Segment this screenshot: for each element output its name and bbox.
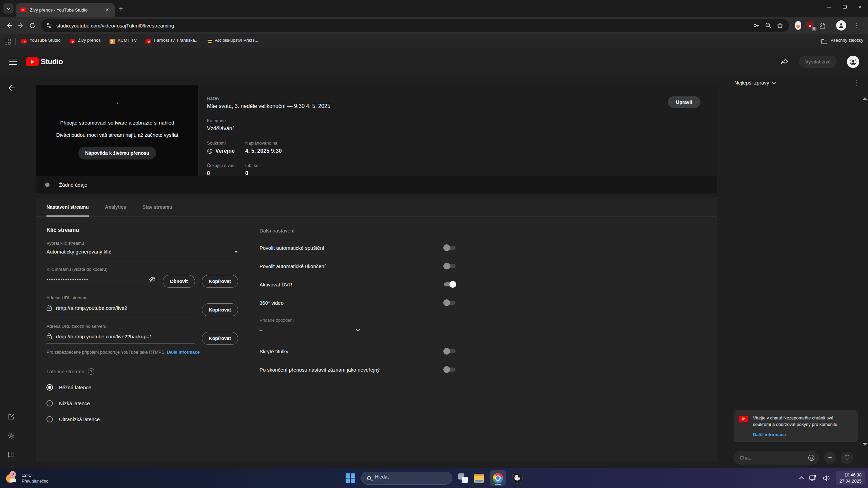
file-explorer-icon[interactable] xyxy=(474,474,484,483)
copy-key-button[interactable]: Kopírovat xyxy=(202,275,238,288)
settings-gear-icon[interactable] xyxy=(7,431,16,440)
bookmark-kcmt-tv[interactable]: X KCMT TV xyxy=(110,38,137,45)
task-view-icon[interactable] xyxy=(458,473,468,483)
browser-menu-kebab-icon[interactable]: ⋮ xyxy=(851,22,863,29)
mini-sidebar xyxy=(0,75,22,468)
stream-key-select[interactable]: Automaticky generovaný klíč xyxy=(46,249,238,259)
stream-url-field[interactable]: rtmp://a.rtmp.youtube.com/live2 xyxy=(46,304,195,315)
browser-tab-active[interactable]: Živý přenos - YouTube Studio ✕ xyxy=(16,3,115,17)
forward-button[interactable] xyxy=(15,20,26,31)
tab-close-icon[interactable]: ✕ xyxy=(103,6,111,13)
bookmark-farnost[interactable]: Farnost sv. Františka... xyxy=(146,38,198,45)
youtube-studio-logo[interactable]: Studio xyxy=(26,57,63,66)
latency-option-ultralow[interactable]: Ultranízká latence xyxy=(46,416,238,423)
menu-hamburger-icon[interactable] xyxy=(9,59,17,65)
all-bookmarks-button[interactable]: Všechny záložky xyxy=(821,38,863,45)
extensions-area: u 5 ⋮ xyxy=(795,20,863,31)
captions-toggle[interactable] xyxy=(443,348,456,355)
livestream-help-button[interactable]: Nápověda k živému přenosu xyxy=(78,147,156,159)
reset-key-button[interactable]: Obnovit xyxy=(163,275,195,288)
ublock-extension-icon[interactable]: u 5 xyxy=(806,21,814,30)
password-key-icon[interactable] xyxy=(753,22,760,29)
chevron-down-icon[interactable] xyxy=(772,80,776,84)
site-info-icon[interactable] xyxy=(46,22,52,29)
latency-option-normal[interactable]: Běžná latence xyxy=(46,384,238,391)
stream-key-masked: •••••••••••••••••• xyxy=(46,277,149,282)
tab-analytics[interactable]: Analytics xyxy=(105,198,126,217)
rtmps-more-info-link[interactable]: Další informace xyxy=(167,350,200,355)
tab-stream-health[interactable]: Stav streamu xyxy=(142,198,172,217)
url-text[interactable]: studio.youtube.com/video/fosajTukml0/liv… xyxy=(56,23,749,29)
copy-backup-button[interactable]: Kopírovat xyxy=(202,332,238,345)
feedback-icon[interactable] xyxy=(7,450,16,459)
extensions-puzzle-icon[interactable] xyxy=(819,22,826,29)
go-live-button[interactable]: Vysílat živě xyxy=(799,56,837,68)
taskbar-clock[interactable]: 10:46:38 27.04.2025 xyxy=(836,471,865,485)
copy-url-button[interactable]: Kopírovat xyxy=(202,303,238,316)
toggle-label: Po skončení přenosu nastavit záznam jako… xyxy=(259,367,386,373)
eye-off-icon[interactable] xyxy=(149,276,156,283)
added-delay-select[interactable]: – xyxy=(259,327,360,337)
dvr-toggle[interactable] xyxy=(443,281,456,288)
autostart-toggle[interactable] xyxy=(443,244,456,251)
chat-filter-label[interactable]: Nejlepší zprávy xyxy=(734,80,769,86)
lock-icon xyxy=(46,333,52,340)
bookmark-youtube-studio[interactable]: YouTube Studio xyxy=(21,38,61,45)
chat-input-pill[interactable] xyxy=(734,451,819,465)
chat-more-info-link[interactable]: Další informace xyxy=(753,432,852,437)
bookmark-label: YouTube Studio xyxy=(30,38,61,43)
video-360-toggle[interactable] xyxy=(443,299,456,306)
scroll-up-arrow[interactable] xyxy=(863,97,867,100)
tray-chevron-up-icon[interactable] xyxy=(799,476,804,481)
taskbar-search[interactable]: Hledat xyxy=(361,472,452,485)
volume-icon[interactable] xyxy=(822,474,830,482)
weather-widget[interactable]: 3 12°C Přev. slunečno xyxy=(3,468,51,488)
toggle-label: Skryté titulky xyxy=(259,349,295,354)
zoom-out-icon[interactable] xyxy=(765,22,772,29)
bookmark-zivy-prenos[interactable]: Živý přenos xyxy=(70,38,101,45)
added-delay-value: – xyxy=(259,327,356,333)
reload-button[interactable] xyxy=(26,20,38,31)
scroll-down-arrow[interactable] xyxy=(863,443,867,446)
backup-url-field[interactable]: rtmp://b.rtmp.youtube.com/live2?backup=1 xyxy=(46,333,195,344)
chat-heart-button[interactable]: ♡ xyxy=(841,452,853,464)
toggle-row-360video: 360° video xyxy=(259,299,456,306)
new-tab-button[interactable]: + xyxy=(119,5,123,13)
help-icon[interactable]: ? xyxy=(88,368,94,375)
extension-orange-icon[interactable] xyxy=(795,21,801,30)
emoji-icon[interactable] xyxy=(808,454,815,462)
share-icon[interactable] xyxy=(780,57,789,66)
chrome-taskbar-icon[interactable] xyxy=(490,470,506,486)
select-key-label: Vybrat klíč streamu xyxy=(46,241,238,246)
loading-spinner-icon xyxy=(117,102,118,104)
edit-button[interactable]: Upravit xyxy=(668,96,700,108)
unlisted-after-toggle[interactable] xyxy=(443,366,456,373)
apps-grid-icon[interactable] xyxy=(5,39,11,44)
back-button[interactable] xyxy=(3,20,15,31)
bookmark-arcibiskupstvi[interactable]: Arcibiskupství Pražs... xyxy=(208,38,258,45)
window-minimize-button[interactable]: — xyxy=(821,0,837,14)
bookmark-star-icon[interactable] xyxy=(776,22,784,29)
omnibox[interactable]: studio.youtube.com/video/fosajTukml0/liv… xyxy=(41,19,789,32)
obs-taskbar-icon[interactable] xyxy=(512,473,523,484)
main-content: Připojte streamovací software a zobrazte… xyxy=(36,75,717,468)
external-link-icon[interactable] xyxy=(7,412,16,421)
latency-option-low[interactable]: Nízká latence xyxy=(46,400,238,407)
toggle-label: Povolit automatické ukončení xyxy=(259,263,332,269)
radio-label: Ultranízká latence xyxy=(59,416,100,422)
chat-menu-kebab-icon[interactable]: ⋮ xyxy=(852,79,861,87)
stream-key-field[interactable]: •••••••••••••••••• xyxy=(46,276,156,287)
chat-input[interactable] xyxy=(739,455,808,461)
tab-search-button[interactable] xyxy=(3,3,14,14)
chat-add-button[interactable]: + xyxy=(824,451,836,464)
channel-avatar[interactable] xyxy=(847,56,859,68)
tab-stream-settings[interactable]: Nastavení streamu xyxy=(46,198,89,217)
network-icon[interactable] xyxy=(809,474,817,482)
toggle-label: 360° video xyxy=(259,300,290,306)
autostop-toggle[interactable] xyxy=(443,263,456,269)
window-close-button[interactable]: ✕ xyxy=(852,0,868,14)
browser-profile-avatar[interactable] xyxy=(836,20,846,31)
window-maximize-button[interactable] xyxy=(837,0,852,14)
back-arrow-icon[interactable] xyxy=(5,82,17,94)
start-button[interactable] xyxy=(346,473,355,483)
